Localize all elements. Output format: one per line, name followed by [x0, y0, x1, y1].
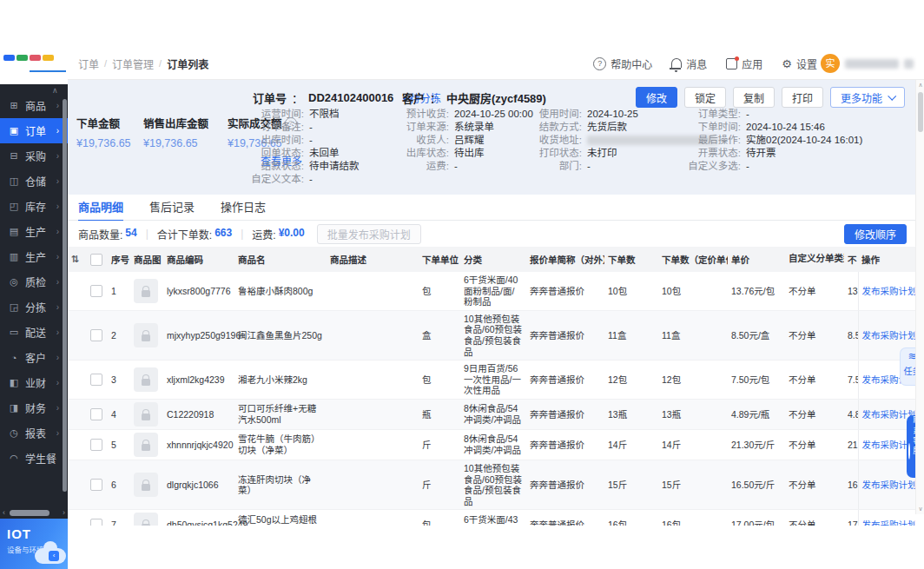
user-menu-icon[interactable] — [904, 59, 914, 69]
lock-icon — [142, 484, 150, 491]
avatar-group[interactable]: 实 — [821, 54, 914, 73]
hscroll-thumb[interactable] — [10, 510, 50, 516]
sidebar-item-订单[interactable]: ▣订单› — [0, 118, 68, 143]
sidebar-item-学生餐[interactable]: ◠学生餐 — [0, 446, 68, 471]
topbar-action-消息[interactable]: 消息 — [671, 56, 707, 71]
修改-button[interactable]: 修改 — [636, 87, 677, 108]
sidebar-item-分拣[interactable]: ◲分拣› — [0, 294, 68, 320]
bizfinance-icon: ◧ — [8, 377, 20, 388]
更多功能-button[interactable]: 更多功能 — [830, 87, 905, 108]
vscroll-thumb[interactable] — [918, 92, 923, 132]
sidebar-item-库存[interactable]: ◰库存› — [0, 194, 68, 219]
column-header-desc: 商品描述 — [327, 247, 419, 272]
cell-img — [130, 272, 163, 310]
sidebar-item-客户[interactable]: ◔客户› — [0, 345, 68, 370]
row-checkbox[interactable] — [90, 285, 102, 297]
cell-category: 6干货米面/43烘焙原料 — [460, 510, 526, 526]
topbar-action-label: 应用 — [742, 56, 762, 71]
main-vertical-scrollbar[interactable]: ∧ ∨ — [915, 80, 924, 514]
table-row: 5xhnnnrjqkjc4920雪花牛腩（牛肉筋）切块（净菜）斤8休闲食品/54… — [68, 429, 915, 460]
sidebar-horizontal-scrollbar[interactable]: ‹ › — [0, 506, 68, 519]
bell-icon — [671, 58, 682, 68]
复制-button[interactable]: 复制 — [733, 87, 775, 108]
sidebar-item-业财[interactable]: ◧业财› — [0, 370, 68, 395]
publish-purchase-plan-link[interactable]: 发布采购计划 — [862, 286, 916, 296]
sidebar-item-仓储[interactable]: ◫仓储› — [0, 169, 68, 194]
field-label: 部门: — [530, 160, 582, 173]
breadcrumb-separator: / — [159, 58, 162, 69]
publish-purchase-plan-link[interactable]: 发布采购计划 — [862, 480, 916, 490]
cell-qty: 16包 — [604, 510, 658, 526]
scroll-right-icon[interactable]: › — [60, 508, 68, 517]
sidebar-item-财务[interactable]: ◨财务› — [0, 395, 68, 420]
topbar-action-帮助中心[interactable]: ?帮助中心 — [593, 56, 652, 71]
field-value: 2024-10-25 — [587, 108, 638, 121]
chevron-right-icon: › — [56, 176, 59, 186]
detail-field: 自定义文本:- — [245, 173, 360, 186]
product-image-placeholder — [134, 323, 158, 347]
avatar[interactable]: 实 — [821, 54, 840, 73]
column-header-split: 自定义分单类型? — [785, 247, 844, 272]
cell-name: 鲁裕康小酥肉800g — [234, 272, 327, 310]
row-checkbox[interactable] — [90, 519, 102, 526]
iot-banner[interactable]: IOT 设备与环境 ‹ — [0, 519, 68, 569]
sidebar-item-label: 质检 — [25, 275, 46, 289]
row-checkbox[interactable] — [90, 408, 102, 420]
field-label: 收货地址: — [530, 134, 582, 147]
sidebar-item-生产[interactable]: ▥生产› — [0, 244, 68, 269]
select-all-checkbox[interactable] — [90, 254, 102, 266]
stats-bar: 商品数量:54|合计下单数:663|运费:¥0.00 批量发布采购计划 修改顺序 — [68, 221, 915, 247]
publish-purchase-plan-link[interactable]: 发布采购计划 — [862, 519, 916, 526]
sort-icon[interactable]: ⇅ — [71, 254, 79, 264]
topbar-action-label: 设置 — [796, 56, 817, 71]
product-image-placeholder — [134, 433, 158, 457]
tab-售后记录[interactable]: 售后记录 — [149, 195, 195, 220]
sidebar-item-生产[interactable]: ▤生产› — [0, 219, 68, 244]
scroll-up-icon[interactable]: ∧ — [916, 82, 924, 89]
cell-unit: 瓶 — [419, 399, 460, 429]
field-value: - — [309, 173, 313, 186]
stat-item: 商品数量:54 — [78, 227, 137, 241]
detail-field: 运营时间:不限档 — [245, 108, 360, 121]
row-checkbox[interactable] — [90, 374, 102, 386]
batch-publish-button[interactable]: 批量发布采购计划 — [317, 224, 421, 244]
tab-操作日志[interactable]: 操作日志 — [221, 195, 266, 220]
打印-button[interactable]: 打印 — [782, 87, 823, 108]
row-checkbox[interactable] — [90, 479, 102, 491]
topbar-action-设置[interactable]: ⚙设置 — [782, 56, 817, 71]
column-header-drag: ⇅ — [68, 247, 87, 272]
sidebar-item-质检[interactable]: ◎质检› — [0, 269, 68, 294]
cell-qty: 11盒 — [604, 310, 658, 360]
breadcrumb-item[interactable]: 订单 — [78, 56, 99, 71]
cell-quote: 奔奔普通报价 — [526, 510, 604, 526]
production2-icon: ▥ — [8, 251, 20, 262]
detail-field: 出库时间:- — [245, 134, 360, 147]
row-checkbox[interactable] — [90, 439, 102, 451]
cell-drag — [68, 460, 87, 509]
scroll-left-icon[interactable]: ‹ — [0, 508, 8, 517]
sidebar-item-采购[interactable]: ⊟采购› — [0, 143, 68, 169]
field-label: 订单备注: — [245, 121, 304, 134]
column-header-seq: 序号 — [108, 247, 130, 272]
row-checkbox[interactable] — [90, 329, 102, 341]
field-value: 待开票 — [746, 147, 776, 160]
field-value: - — [746, 108, 749, 121]
scroll-down-icon[interactable]: ∨ — [916, 506, 924, 513]
customer-value: 中央厨房(zycf4589) — [446, 89, 546, 106]
sidebar-scrollbar-thumb[interactable] — [63, 99, 67, 492]
锁定-button[interactable]: 锁定 — [684, 87, 726, 108]
cell-quote: 奔奔普通报价 — [526, 429, 604, 460]
reorder-button[interactable]: 修改顺序 — [844, 224, 907, 244]
column-header-img: 商品图 — [130, 247, 163, 272]
menu-scroll-up-icon[interactable]: ∧ — [52, 86, 58, 95]
topbar-action-应用[interactable]: 应用 — [726, 56, 762, 71]
breadcrumb-item[interactable]: 订单管理 — [112, 56, 154, 71]
tab-商品明细[interactable]: 商品明细 — [78, 195, 123, 222]
publish-purchase-plan-link[interactable]: 发布采购计划 — [862, 330, 916, 341]
sidebar-item-商品[interactable]: ⊞商品› — [0, 93, 68, 118]
sidebar-item-报表[interactable]: ◷报表› — [0, 420, 68, 446]
cell-drag — [68, 399, 87, 429]
sidebar-item-配送[interactable]: ▭配送› — [0, 320, 68, 345]
sidebar-item-label: 业财 — [25, 375, 46, 390]
cell-check — [87, 272, 108, 310]
